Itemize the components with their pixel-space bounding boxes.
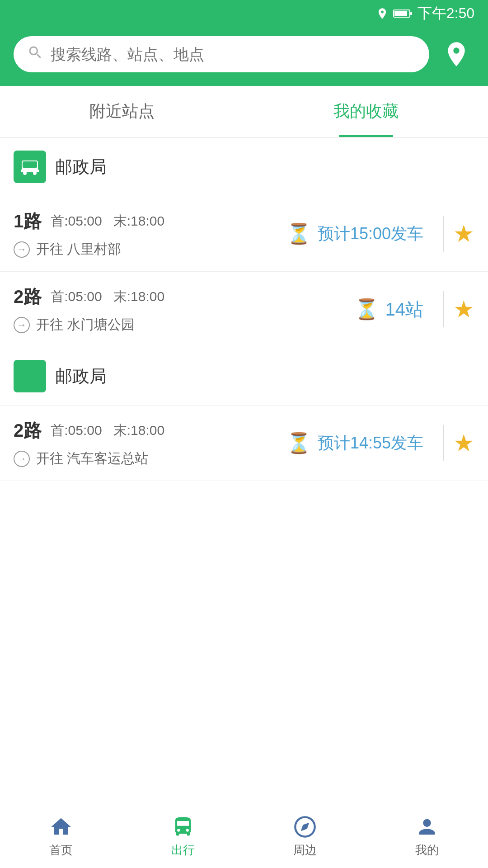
arrow-icon-2: → xyxy=(14,317,30,333)
search-input[interactable] xyxy=(51,46,416,63)
station-group-1: 邮政局 1路 首:05:00 末:18:00 → 开往 八里村部 xyxy=(0,138,488,347)
nav-item-travel[interactable]: 出行 xyxy=(122,815,244,858)
location-button[interactable] xyxy=(438,36,474,72)
departure-time-1: 预计15:00发车 xyxy=(318,223,423,245)
person-icon xyxy=(415,815,439,839)
nav-label-mine: 我的 xyxy=(415,842,439,858)
station-name-1: 邮政局 xyxy=(55,156,107,179)
route-top-1: 1路 首:05:00 末:18:00 xyxy=(14,209,286,234)
battery-icon xyxy=(393,8,413,19)
location-status-icon xyxy=(376,7,389,20)
route-top-2: 2路 首:05:00 末:18:00 xyxy=(14,284,354,309)
svg-rect-8 xyxy=(21,170,39,172)
route-info-1: 1路 首:05:00 末:18:00 → 开往 八里村部 xyxy=(14,209,286,259)
nav-item-nearby[interactable]: 周边 xyxy=(244,815,366,858)
station-icon-2 xyxy=(14,360,46,392)
svg-point-3 xyxy=(455,49,458,52)
status-bar: 下午2:50 xyxy=(0,0,488,27)
home-icon xyxy=(49,815,73,839)
search-icon xyxy=(27,44,43,64)
svg-rect-2 xyxy=(410,12,412,15)
search-bar[interactable] xyxy=(14,36,429,72)
star-button-2[interactable]: ★ xyxy=(453,296,474,323)
compass-icon xyxy=(293,815,317,839)
svg-rect-1 xyxy=(394,11,407,16)
status-icons: 下午2:50 xyxy=(376,4,474,24)
content-area: 邮政局 1路 首:05:00 末:18:00 → 开往 八里村部 xyxy=(0,138,488,481)
station-icon-1 xyxy=(14,151,46,183)
divider-1 xyxy=(443,216,444,252)
route-item-1: 1路 首:05:00 末:18:00 → 开往 八里村部 ⏳ 预计15:00发车… xyxy=(0,196,488,272)
route-number-2: 2路 xyxy=(14,284,42,309)
station-name-2: 邮政局 xyxy=(55,365,107,388)
station-header-1: 邮政局 xyxy=(0,138,488,196)
nav-label-nearby: 周边 xyxy=(293,842,317,858)
svg-rect-13 xyxy=(31,372,37,376)
svg-marker-15 xyxy=(301,823,309,831)
departure-time-3: 预计14:55发车 xyxy=(318,432,423,454)
nav-item-home[interactable]: 首页 xyxy=(0,815,122,858)
route-direction-2: → 开往 水门塘公园 xyxy=(14,316,354,334)
star-button-3[interactable]: ★ xyxy=(453,429,474,457)
station-count-2: 14站 xyxy=(385,297,424,322)
svg-rect-11 xyxy=(31,162,37,167)
arrow-icon-3: → xyxy=(14,451,30,467)
tab-nearby[interactable]: 附近站点 xyxy=(0,86,244,137)
route-times-2: 首:05:00 末:18:00 xyxy=(51,288,164,306)
header xyxy=(0,27,488,86)
hourglass-icon-3: ⏳ xyxy=(286,431,311,455)
divider-3 xyxy=(443,425,444,461)
route-info-3: 2路 首:05:00 末:18:00 → 开往 汽车客运总站 xyxy=(14,418,286,468)
tab-favorites[interactable]: 我的收藏 xyxy=(244,86,488,137)
route-item-2: 2路 首:05:00 末:18:00 → 开往 水门塘公园 ⏳ 14站 ★ xyxy=(0,272,488,347)
route-info-2: 2路 首:05:00 末:18:00 → 开往 水门塘公园 xyxy=(14,284,354,334)
station-group-2: 邮政局 2路 首:05:00 末:18:00 → 开往 汽车客运总站 xyxy=(0,347,488,481)
bus-icon xyxy=(171,815,195,839)
route-direction-3: → 开往 汽车客运总站 xyxy=(14,449,286,468)
svg-rect-10 xyxy=(23,162,29,167)
route-times-1: 首:05:00 末:18:00 xyxy=(51,212,164,231)
route-top-3: 2路 首:05:00 末:18:00 xyxy=(14,418,286,443)
route-number-3: 2路 xyxy=(14,418,42,443)
status-time: 下午2:50 xyxy=(418,4,474,24)
nav-label-home: 首页 xyxy=(49,842,73,858)
route-number-1: 1路 xyxy=(14,209,42,234)
nav-label-travel: 出行 xyxy=(171,842,195,858)
tabs-container: 附近站点 我的收藏 xyxy=(0,86,488,138)
svg-rect-12 xyxy=(23,372,29,376)
route-direction-1: → 开往 八里村部 xyxy=(14,240,286,259)
route-times-3: 首:05:00 末:18:00 xyxy=(51,421,164,440)
route-status-3: ⏳ 预计14:55发车 xyxy=(286,431,423,455)
route-status-2: ⏳ 14站 xyxy=(354,297,424,322)
nav-item-mine[interactable]: 我的 xyxy=(366,815,488,858)
star-button-1[interactable]: ★ xyxy=(453,220,474,247)
hourglass-icon-1: ⏳ xyxy=(286,222,311,245)
hourglass-icon-2: ⏳ xyxy=(354,297,379,321)
station-header-2: 邮政局 xyxy=(0,347,488,406)
divider-2 xyxy=(443,291,444,327)
arrow-icon-1: → xyxy=(14,241,30,258)
route-item-3: 2路 首:05:00 末:18:00 → 开往 汽车客运总站 ⏳ 预计14:55… xyxy=(0,406,488,481)
bottom-nav: 首页 出行 周边 我的 xyxy=(0,805,488,868)
route-status-1: ⏳ 预计15:00发车 xyxy=(286,222,423,245)
